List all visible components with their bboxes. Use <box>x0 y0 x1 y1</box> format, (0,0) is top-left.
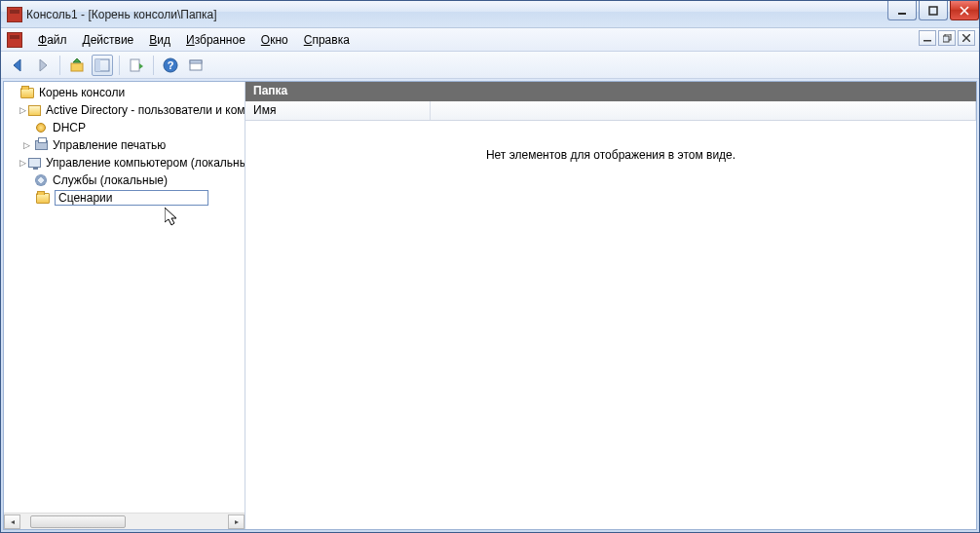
show-hide-tree-button[interactable] <box>92 55 113 76</box>
help-button[interactable]: ? <box>160 55 181 76</box>
toolbar-separator <box>59 56 60 75</box>
column-headers: Имя <box>245 101 976 121</box>
rename-input[interactable] <box>55 190 208 206</box>
empty-message: Нет элементов для отображения в этом вид… <box>245 121 976 189</box>
svg-rect-1 <box>929 7 937 15</box>
properties-button[interactable] <box>185 55 207 76</box>
horizontal-scrollbar[interactable]: ◂ ▸ <box>4 513 245 529</box>
tree-item-label: Управление печатью <box>53 138 166 152</box>
titlebar: Консоль1 - [Корень консоли\Папка] <box>1 1 979 28</box>
gear-icon <box>33 172 49 188</box>
restore-icon <box>943 34 952 43</box>
svg-rect-11 <box>71 63 83 71</box>
tree-item-computer[interactable]: ▷ Управление компьютером (локальный) <box>4 154 245 171</box>
expander-icon[interactable]: ▷ <box>19 158 26 168</box>
svg-marker-16 <box>139 63 143 69</box>
window-title: Консоль1 - [Корень консоли\Папка] <box>26 8 217 21</box>
column-spacer <box>431 101 976 120</box>
svg-rect-20 <box>190 60 202 63</box>
menu-file[interactable]: Файл <box>30 31 75 49</box>
tree-item-dhcp[interactable]: DHCP <box>4 119 245 136</box>
tree-item-editing[interactable] <box>4 189 245 207</box>
svg-rect-14 <box>95 59 100 71</box>
menu-action[interactable]: Действие <box>75 31 142 49</box>
minimize-icon <box>897 6 907 16</box>
export-list-button[interactable] <box>126 55 147 76</box>
mdi-app-icon <box>7 32 22 48</box>
menu-help[interactable]: Справка <box>296 31 358 49</box>
minimize-button[interactable] <box>887 1 917 20</box>
mdi-close-button[interactable] <box>958 30 975 46</box>
printer-icon <box>33 137 49 153</box>
tree-item-label: Управление компьютером (локальный) <box>46 156 245 170</box>
up-button[interactable] <box>66 55 88 76</box>
menu-window[interactable]: Окно <box>253 31 296 49</box>
app-icon <box>7 7 22 22</box>
close-icon <box>962 34 970 42</box>
svg-marker-9 <box>14 59 20 71</box>
forward-button[interactable] <box>32 55 54 76</box>
mdi-controls <box>919 30 975 46</box>
mmc-window: Консоль1 - [Корень консоли\Папка] Файл Д… <box>0 0 980 533</box>
tree-item-ad[interactable]: ▷ Active Directory - пользователи и комп… <box>4 101 245 119</box>
expander-icon[interactable]: ▷ <box>19 140 33 150</box>
details-pane: Папка Имя Нет элементов для отображения … <box>245 82 976 529</box>
dhcp-icon <box>33 120 49 135</box>
tree-item-label: Active Directory - пользователи и компью… <box>46 103 245 117</box>
maximize-button[interactable] <box>919 1 948 20</box>
tree-item-print[interactable]: ▷ Управление печатью <box>4 136 245 154</box>
scroll-right-button[interactable]: ▸ <box>228 514 245 529</box>
svg-text:?: ? <box>168 59 174 71</box>
svg-rect-15 <box>131 59 139 71</box>
menu-favorites[interactable]: Избранное <box>178 31 253 49</box>
tree-pane-icon <box>94 57 110 73</box>
svg-rect-4 <box>923 40 931 42</box>
toolbar-separator <box>119 56 120 75</box>
computer-icon <box>26 155 42 171</box>
tree-item-label: Службы (локальные) <box>53 173 168 187</box>
svg-marker-12 <box>73 58 81 62</box>
mdi-minimize-button[interactable] <box>919 30 936 46</box>
content-area: Корень консоли ▷ Active Directory - поль… <box>3 81 977 530</box>
menu-view[interactable]: Вид <box>141 31 178 49</box>
pane-header: Папка <box>245 82 976 101</box>
folder-icon <box>19 85 35 100</box>
folder-icon <box>35 190 51 206</box>
export-icon <box>129 57 144 73</box>
scroll-thumb[interactable] <box>30 515 126 528</box>
tree-root-label: Корень консоли <box>39 86 125 99</box>
svg-rect-0 <box>898 13 906 15</box>
expander-icon[interactable]: ▷ <box>19 105 26 115</box>
back-arrow-icon <box>10 57 25 73</box>
back-button[interactable] <box>7 55 28 76</box>
toolbar-separator <box>153 56 154 75</box>
tree[interactable]: Корень консоли ▷ Active Directory - поль… <box>4 82 245 513</box>
mdi-restore-button[interactable] <box>938 30 956 46</box>
forward-arrow-icon <box>35 57 51 73</box>
tree-item-services[interactable]: Службы (локальные) <box>4 171 245 189</box>
tree-pane: Корень консоли ▷ Active Directory - поль… <box>4 82 245 529</box>
close-icon <box>960 6 969 16</box>
svg-marker-10 <box>40 59 47 71</box>
menubar: Файл Действие Вид Избранное Окно Справка <box>1 28 979 52</box>
toolbar: ? <box>1 52 979 79</box>
help-icon: ? <box>163 57 178 73</box>
close-button[interactable] <box>950 1 979 20</box>
tree-item-label: DHCP <box>53 121 86 134</box>
folder-up-icon <box>69 57 85 73</box>
minimize-icon <box>923 34 931 42</box>
column-name[interactable]: Имя <box>245 101 431 120</box>
scroll-left-button[interactable]: ◂ <box>4 514 20 529</box>
window-controls <box>886 1 979 20</box>
window-icon <box>188 57 204 73</box>
svg-rect-6 <box>943 36 949 42</box>
tree-root[interactable]: Корень консоли <box>4 84 245 101</box>
adusers-icon <box>26 102 42 118</box>
maximize-icon <box>928 6 938 16</box>
scroll-track[interactable] <box>20 514 228 529</box>
